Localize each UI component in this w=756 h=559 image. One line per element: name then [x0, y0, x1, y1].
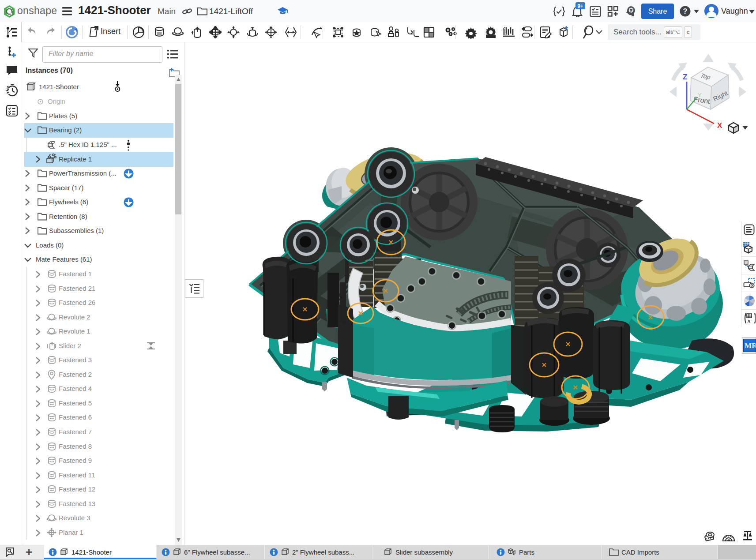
svg-text:X: X: [717, 121, 722, 130]
svg-text:Y: Y: [698, 92, 702, 98]
svg-text:9+: 9+: [577, 3, 583, 9]
svg-text:?: ?: [683, 8, 688, 15]
svg-text:x: x: [747, 317, 751, 324]
svg-text:Z: Z: [683, 73, 687, 81]
